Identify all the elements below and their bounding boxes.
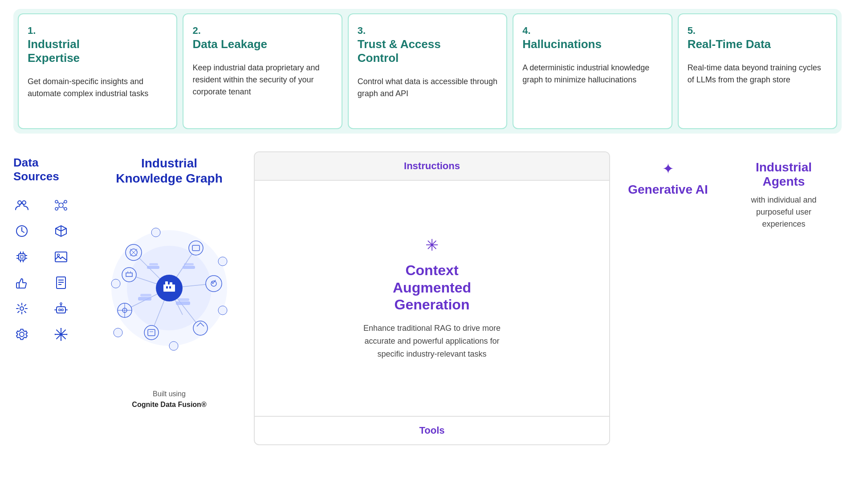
cag-title: ContextAugmentedGeneration	[393, 262, 471, 313]
cag-icon: ✳	[425, 236, 439, 255]
cag-body: ✳ ContextAugmentedGeneration Enhance tra…	[255, 181, 609, 416]
top-cards-section: 1. IndustrialExpertise Get domain-specif…	[13, 9, 842, 134]
card-2-desc: Keep industrial data proprietary and res…	[192, 62, 332, 98]
svg-point-70	[144, 325, 159, 340]
svg-point-67	[206, 276, 222, 292]
kg-footer-brand: Cognite Data Fusion®	[132, 401, 206, 408]
cag-column: Instructions ✳ ContextAugmentedGeneratio…	[254, 151, 610, 445]
image-icon	[53, 248, 69, 265]
svg-line-7	[58, 202, 60, 204]
settings-icon	[13, 300, 30, 317]
thumbsup-icon	[13, 274, 30, 291]
cag-header: Instructions	[255, 152, 609, 181]
svg-rect-59	[166, 286, 168, 289]
svg-point-77	[122, 268, 136, 282]
robot-icon	[53, 300, 69, 317]
document-icon	[53, 274, 69, 291]
knowledge-graph-visual	[94, 195, 245, 382]
knowledge-graph-column: IndustrialKnowledge Graph	[85, 151, 254, 415]
svg-rect-12	[19, 254, 25, 260]
svg-point-36	[20, 332, 24, 337]
svg-rect-13	[20, 256, 23, 258]
gear-icon	[13, 326, 30, 343]
cag-description: Enhance traditional RAG to drive more ac…	[361, 322, 503, 360]
svg-point-44	[66, 334, 68, 335]
cag-header-label: Instructions	[404, 160, 460, 171]
cag-footer-label: Tools	[419, 425, 444, 436]
agents-description: with individual and purposeful user expe…	[735, 194, 833, 230]
cag-footer: Tools	[255, 416, 609, 444]
svg-point-91	[169, 341, 178, 350]
svg-rect-60	[169, 286, 171, 289]
svg-point-90	[218, 306, 227, 315]
svg-point-42	[61, 340, 62, 341]
card-5-desc: Real-time data beyond training cycles of…	[688, 62, 827, 86]
svg-point-28	[20, 307, 24, 310]
agents-title: Industrial Agents	[735, 160, 833, 189]
svg-rect-86	[147, 266, 159, 269]
card-3: 3. Trust & AccessControl Control what da…	[348, 13, 507, 129]
card-1-title: IndustrialExpertise	[28, 37, 167, 65]
card-3-desc: Control what data is accessible through …	[358, 76, 497, 100]
svg-rect-85	[178, 298, 189, 301]
svg-rect-84	[176, 301, 190, 305]
data-sources-column: DataSources	[13, 151, 85, 343]
card-4-number: 4.	[522, 25, 662, 37]
svg-point-41	[61, 328, 62, 329]
chip-icon	[13, 248, 30, 265]
svg-point-4	[64, 200, 67, 203]
kg-footer: Built using Cognite Data Fusion®	[132, 389, 206, 410]
svg-rect-83	[184, 263, 194, 265]
bottom-section: DataSources	[13, 151, 842, 454]
svg-rect-30	[59, 309, 61, 311]
data-sources-icons	[13, 197, 85, 343]
data-sources-title: DataSources	[13, 156, 85, 183]
svg-rect-87	[149, 263, 158, 265]
svg-rect-81	[140, 294, 151, 297]
card-5-number: 5.	[688, 25, 827, 37]
svg-rect-29	[57, 307, 65, 313]
kg-footer-text: Built using	[153, 390, 186, 398]
svg-rect-31	[61, 309, 63, 311]
svg-rect-57	[165, 281, 168, 285]
card-4-title: Hallucinations	[522, 37, 662, 51]
clock-icon	[13, 223, 30, 240]
svg-line-9	[58, 207, 60, 208]
knowledge-graph-title: IndustrialKnowledge Graph	[116, 156, 223, 186]
svg-point-33	[60, 303, 62, 305]
card-3-number: 3.	[358, 25, 497, 37]
cube-icon	[53, 223, 69, 240]
svg-rect-22	[55, 252, 67, 262]
genai-title: Generative AI	[628, 183, 708, 197]
card-3-title: Trust & AccessControl	[358, 37, 497, 65]
card-1-number: 1.	[28, 25, 167, 37]
card-1-desc: Get domain-specific insights and automat…	[28, 76, 167, 100]
svg-point-6	[64, 207, 67, 210]
svg-point-88	[151, 228, 160, 237]
users-icon	[13, 197, 30, 214]
svg-rect-58	[170, 282, 172, 285]
svg-point-65	[189, 241, 203, 255]
agents-column: Industrial Agents with individual and pu…	[726, 151, 842, 239]
card-5: 5. Real-Time Data Real-time data beyond …	[678, 13, 837, 129]
card-2: 2. Data Leakage Keep industrial data pro…	[183, 13, 342, 129]
svg-point-92	[111, 279, 120, 288]
svg-rect-80	[138, 297, 151, 301]
card-5-title: Real-Time Data	[688, 37, 827, 51]
svg-point-89	[218, 257, 227, 266]
mesh-icon	[53, 197, 69, 214]
svg-point-23	[57, 254, 60, 256]
card-1: 1. IndustrialExpertise Get domain-specif…	[18, 13, 177, 129]
card-2-title: Data Leakage	[192, 37, 332, 51]
genai-sparkle-icon: ✦	[662, 160, 674, 177]
card-2-number: 2.	[192, 25, 332, 37]
svg-line-8	[62, 202, 64, 204]
genai-column: ✦ Generative AI	[610, 151, 726, 206]
svg-point-3	[55, 200, 58, 203]
svg-point-43	[55, 334, 56, 335]
card-4-desc: A deterministic industrial knowledge gra…	[522, 62, 662, 86]
svg-point-93	[114, 328, 122, 337]
card-4: 4. Hallucinations A deterministic indust…	[513, 13, 672, 129]
snowflake-icon	[53, 326, 69, 343]
svg-line-10	[62, 207, 64, 208]
